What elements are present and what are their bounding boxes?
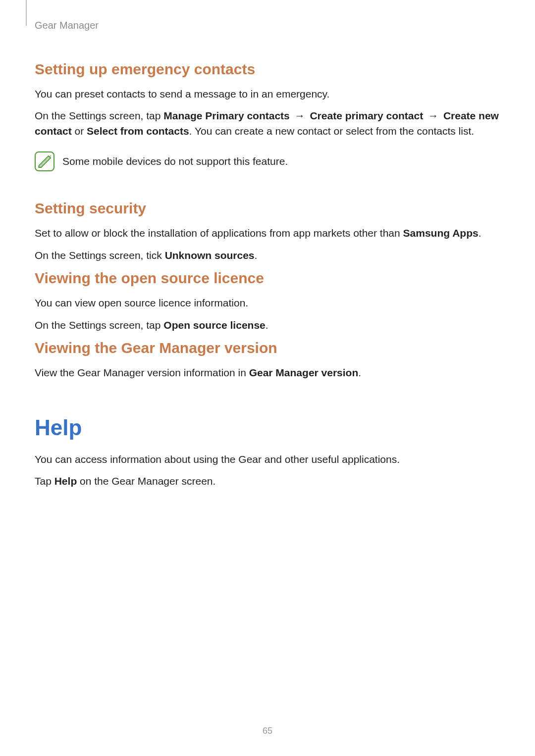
text-fragment: on the Gear Manager screen. (77, 475, 215, 487)
text-fragment: . (479, 227, 482, 239)
note-text: Some mobile devices do not support this … (62, 155, 288, 167)
paragraph-emergency-intro: You can preset contacts to send a messag… (35, 87, 500, 101)
top-margin-mark (26, 0, 27, 26)
heading-security: Setting security (35, 200, 500, 217)
heading-help: Help (35, 415, 500, 440)
text-bold-help: Help (54, 475, 77, 487)
paragraph-licence-step: On the Settings screen, tap Open source … (35, 318, 500, 333)
text-bold-samsung-apps: Samsung Apps (403, 227, 479, 239)
text-fragment: . (255, 250, 258, 261)
text-fragment: On the Settings screen, tap (35, 110, 163, 121)
heading-version: Viewing the Gear Manager version (35, 340, 500, 356)
text-fragment: . (358, 367, 361, 378)
text-bold-open-source-license: Open source license (163, 319, 265, 331)
paragraph-emergency-steps: On the Settings screen, tap Manage Prima… (35, 108, 500, 139)
breadcrumb: Gear Manager (35, 20, 500, 31)
note-icon (35, 151, 54, 171)
text-fragment: . You can create a new contact or select… (189, 125, 474, 137)
paragraph-security-step: On the Settings screen, tick Unknown sou… (35, 248, 500, 263)
text-bold-gear-manager-version: Gear Manager version (249, 367, 359, 378)
paragraph-help-step: Tap Help on the Gear Manager screen. (35, 474, 500, 489)
paragraph-security-intro: Set to allow or block the installation o… (35, 226, 500, 241)
text-fragment: View the Gear Manager version informatio… (35, 367, 249, 378)
arrow-icon: → (290, 110, 310, 121)
heading-licence: Viewing the open source licence (35, 270, 500, 287)
text-bold-create-primary: Create primary contact (310, 110, 423, 121)
paragraph-version: View the Gear Manager version informatio… (35, 365, 500, 380)
text-fragment: or (72, 125, 87, 137)
page: Gear Manager Setting up emergency contac… (0, 0, 535, 756)
text-bold-unknown-sources: Unknown sources (165, 250, 255, 261)
page-number: 65 (0, 726, 535, 736)
text-fragment: Set to allow or block the installation o… (35, 227, 403, 239)
text-fragment: Tap (35, 475, 54, 487)
text-bold-select-from: Select from contacts (87, 125, 189, 137)
text-fragment: On the Settings screen, tick (35, 250, 165, 261)
text-bold-manage-primary: Manage Primary contacts (163, 110, 289, 121)
text-fragment: On the Settings screen, tap (35, 319, 163, 331)
heading-emergency-contacts: Setting up emergency contacts (35, 61, 500, 78)
paragraph-help-intro: You can access information about using t… (35, 452, 500, 467)
note-callout: Some mobile devices do not support this … (35, 151, 500, 171)
arrow-icon: → (423, 110, 443, 121)
text-fragment: . (266, 319, 268, 331)
paragraph-licence-intro: You can view open source licence informa… (35, 296, 500, 310)
